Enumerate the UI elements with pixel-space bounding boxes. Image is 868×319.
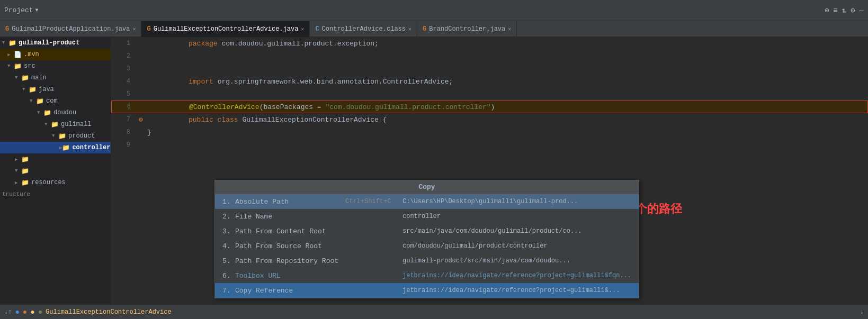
project-label[interactable]: Project ▼ <box>4 6 45 14</box>
line-content: } <box>147 129 151 136</box>
sidebar-item-product[interactable]: ▼ 📁 product <box>0 130 111 142</box>
java-file-icon: G <box>423 25 426 33</box>
toolbar-icons: ⊕ ≡ ⇅ ⚙ — <box>825 6 864 15</box>
add-icon[interactable]: ⊕ <box>825 6 829 15</box>
sidebar-item-label: src <box>24 62 35 70</box>
sidebar-item-main[interactable]: ▼ 📁 main <box>0 72 111 84</box>
sidebar-item-structure[interactable]: tructure <box>0 188 111 200</box>
sidebar-item-label: java <box>39 86 54 93</box>
arrow-icon: ▼ <box>44 122 51 127</box>
folder-icon: 📁 <box>58 132 66 140</box>
folder-icon: 📁 <box>43 109 51 117</box>
sidebar-item-root[interactable]: ▼ 📁 gulimall-product <box>0 37 111 49</box>
sidebar-item-label: gulimall <box>61 121 92 128</box>
menu-item-repo-root[interactable]: 5. Path From Repository Root gulimall-pr… <box>215 253 639 268</box>
tab-label: ControllerAdvice.class <box>322 25 406 33</box>
tab-label: BrandController.java <box>429 25 505 33</box>
tab-gulimall-exc[interactable]: G GulimallExceptionControllerAdvice.java… <box>141 21 310 37</box>
sidebar-item-label: doudou <box>53 109 76 116</box>
menu-item-label: Absolute Path <box>235 198 341 206</box>
arrow-icon: ▼ <box>52 133 58 139</box>
menu-item-number: 7. <box>222 287 231 295</box>
line-number: 7 <box>115 116 130 123</box>
sidebar-item-gulimall[interactable]: ▼ 📁 gulimall <box>0 119 111 130</box>
sidebar-item-extra2[interactable]: ▼ 📁 <box>0 165 111 177</box>
sidebar-item-doudou[interactable]: ▼ 📁 doudou <box>0 107 111 119</box>
status-down-icon: ↓ <box>860 308 864 316</box>
menu-item-label: Path From Repository Root <box>235 257 341 265</box>
arrow-icon: ▶ <box>15 157 21 162</box>
code-line-1: 1 package com.doudou.gulimall.product.ex… <box>111 37 868 50</box>
line-content: package com.doudou.gulimall.product.exce… <box>147 37 379 56</box>
menu-item-label: Copy Reference <box>235 287 341 295</box>
context-menu: Copy 1. Absolute Path Ctrl+Shift+C C:\Us… <box>214 180 639 298</box>
menu-item-content-root[interactable]: 3. Path From Content Root src/main/java/… <box>215 224 639 239</box>
menu-item-number: 6. <box>222 272 231 280</box>
sidebar-item-resources[interactable]: ▶ 📁 resources <box>0 177 111 188</box>
menu-item-shortcut: Ctrl+Shift+C <box>345 198 398 205</box>
menu-item-number: 5. <box>222 257 231 265</box>
minimize-icon[interactable]: — <box>860 6 864 15</box>
folder-icon: 📁 <box>21 179 29 187</box>
arrow-icon: ▶ <box>15 180 21 186</box>
sidebar-item-src[interactable]: ▼ 📁 src <box>0 60 111 72</box>
sidebar-item-label: com <box>46 97 58 105</box>
top-bar: Project ▼ ⊕ ≡ ⇅ ⚙ — <box>0 0 868 21</box>
folder-icon: 📁 <box>62 144 70 152</box>
folder-icon: 📁 <box>36 97 44 105</box>
menu-item-number: 3. <box>222 227 231 235</box>
line-number: 8 <box>115 129 130 136</box>
menu-item-absolute-path[interactable]: 1. Absolute Path Ctrl+Shift+C C:\Users\H… <box>215 194 639 209</box>
folder-icon: 📁 <box>21 167 29 175</box>
menu-item-toolbox-url[interactable]: 6. Toolbox URL jetbrains://idea/navigate… <box>215 268 639 283</box>
tab-close-icon[interactable]: ✕ <box>301 26 304 32</box>
tab-controller-advice[interactable]: C ControllerAdvice.class ✕ <box>310 21 417 37</box>
arrow-icon: ▼ <box>30 98 36 104</box>
folder-icon: 📁 <box>14 62 22 70</box>
arrow-icon: ▼ <box>7 63 14 69</box>
menu-item-source-root[interactable]: 4. Path From Source Root com/doudou/guli… <box>215 239 639 253</box>
list-icon[interactable]: ≡ <box>833 6 837 15</box>
sidebar-item-label: .mvn <box>24 51 39 58</box>
menu-item-number: 2. <box>222 213 231 221</box>
menu-item-file-name[interactable]: 2. File Name controller <box>215 209 639 224</box>
folder-icon: 📁 <box>21 156 29 163</box>
sidebar-item-java[interactable]: ▼ 📁 java <box>0 84 111 95</box>
chevron-down-icon: ▼ <box>35 7 39 13</box>
tab-close-icon[interactable]: ✕ <box>408 26 411 32</box>
tab-label: GulimallExceptionControllerAdvice.java <box>154 25 299 33</box>
folder-icon: 📁 <box>51 121 59 129</box>
tab-gulimall-app[interactable]: G GulimallProductApplication.java ✕ <box>0 21 141 37</box>
sort-icon[interactable]: ⇅ <box>842 6 846 15</box>
line-content: public class GulimallExceptionController… <box>147 108 387 132</box>
line-number: 3 <box>115 65 130 72</box>
sidebar-item-extra1[interactable]: ▶ 📁 <box>0 153 111 165</box>
arrow-icon: ▼ <box>2 40 8 45</box>
line-number: 6 <box>116 103 131 111</box>
status-icon-3: ● <box>23 308 27 316</box>
settings-icon[interactable]: ⚙ <box>851 6 855 15</box>
tab-close-icon[interactable]: ✕ <box>508 26 511 32</box>
tab-label: GulimallProductApplication.java <box>12 25 130 33</box>
sidebar-item-controller[interactable]: ▶ 📁 controller <box>0 142 111 153</box>
code-line-4: 4 import org.springframework.web.bind.an… <box>111 75 868 88</box>
menu-item-value: jetbrains://idea/navigate/reference?proj… <box>402 287 620 294</box>
menu-item-value: src/main/java/com/doudou/gulimall/produc… <box>402 227 581 235</box>
arrow-icon: ▼ <box>15 75 21 80</box>
sidebar-item-com[interactable]: ▼ 📁 com <box>0 95 111 107</box>
line-number: 9 <box>115 141 130 149</box>
tab-close-icon[interactable]: ✕ <box>132 26 136 32</box>
menu-item-copy-reference[interactable]: 7. Copy Reference jetbrains://idea/navig… <box>215 283 639 298</box>
sidebar-item-mvn[interactable]: ▶ 📄 .mvn <box>0 49 111 60</box>
java-file-icon: G <box>5 25 9 33</box>
code-editor[interactable]: 1 package com.doudou.gulimall.product.ex… <box>111 37 868 304</box>
sidebar-item-label: controller <box>72 144 110 151</box>
tab-brand-controller[interactable]: G BrandController.java ✕ <box>417 21 517 37</box>
status-class-name: GulimallExceptionControllerAdvice <box>46 308 172 316</box>
menu-item-label: Path From Content Root <box>235 227 341 235</box>
folder-icon: 📁 <box>29 86 37 94</box>
menu-item-value: C:\Users\HP\Desktop\gulimall1\gulimall-p… <box>402 198 578 205</box>
menu-item-value: gulimall-product/src/main/java/com/doudo… <box>402 257 570 265</box>
arrow-icon: ▶ <box>7 52 14 58</box>
menu-item-label: Toolbox URL <box>235 272 341 280</box>
